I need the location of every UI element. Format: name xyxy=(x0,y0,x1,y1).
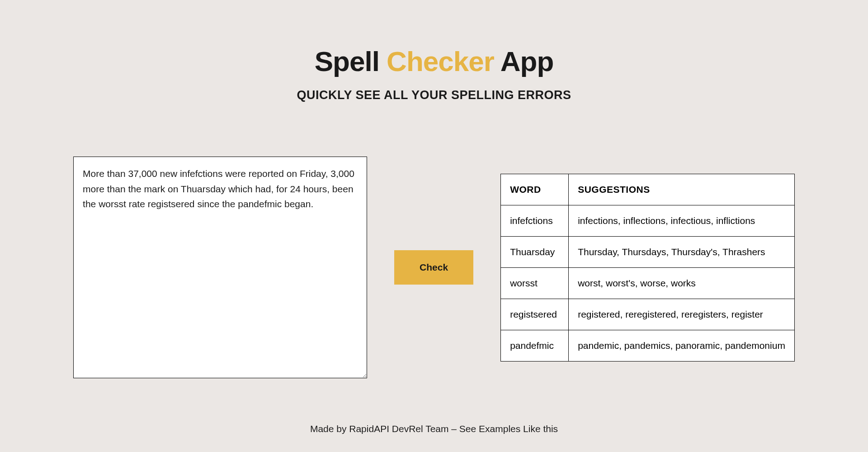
page-title: Spell Checker App xyxy=(315,45,554,77)
results-table: WORD SUGGESTIONS infefctions infections,… xyxy=(500,174,795,362)
table-row: Thuarsday Thursday, Thursdays, Thursday'… xyxy=(501,236,795,267)
word-cell: Thuarsday xyxy=(501,236,569,267)
main-area: Check WORD SUGGESTIONS infefctions infec… xyxy=(72,157,796,378)
suggestions-cell: infections, inflections, infectious, inf… xyxy=(569,205,795,236)
table-row: worsst worst, worst's, worse, works xyxy=(501,267,795,299)
suggestions-cell: Thursday, Thursdays, Thursday's, Thrashe… xyxy=(569,236,795,267)
title-accent: Checker xyxy=(387,46,494,77)
table-header-row: WORD SUGGESTIONS xyxy=(501,174,795,205)
suggestions-cell: worst, worst's, worse, works xyxy=(569,267,795,299)
check-button[interactable]: Check xyxy=(394,250,473,285)
footer-text: Made by RapidAPI DevRel Team – See Examp… xyxy=(310,423,558,434)
table-row: registsered registered, reregistered, re… xyxy=(501,299,795,330)
table-body: infefctions infections, inflections, inf… xyxy=(501,205,795,361)
suggestions-cell: registered, reregistered, reregisters, r… xyxy=(569,299,795,330)
word-cell: pandefmic xyxy=(501,330,569,361)
table-row: infefctions infections, inflections, inf… xyxy=(501,205,795,236)
word-cell: worsst xyxy=(501,267,569,299)
table-row: pandefmic pandemic, pandemics, panoramic… xyxy=(501,330,795,361)
title-part1: Spell xyxy=(315,46,387,77)
table-header-word: WORD xyxy=(501,174,569,205)
text-input[interactable] xyxy=(73,157,367,378)
title-part2: App xyxy=(494,46,553,77)
suggestions-cell: pandemic, pandemics, panoramic, pandemon… xyxy=(569,330,795,361)
word-cell: registsered xyxy=(501,299,569,330)
page-subtitle: QUICKLY SEE ALL YOUR SPELLING ERRORS xyxy=(297,88,571,102)
word-cell: infefctions xyxy=(501,205,569,236)
table-header-suggestions: SUGGESTIONS xyxy=(569,174,795,205)
